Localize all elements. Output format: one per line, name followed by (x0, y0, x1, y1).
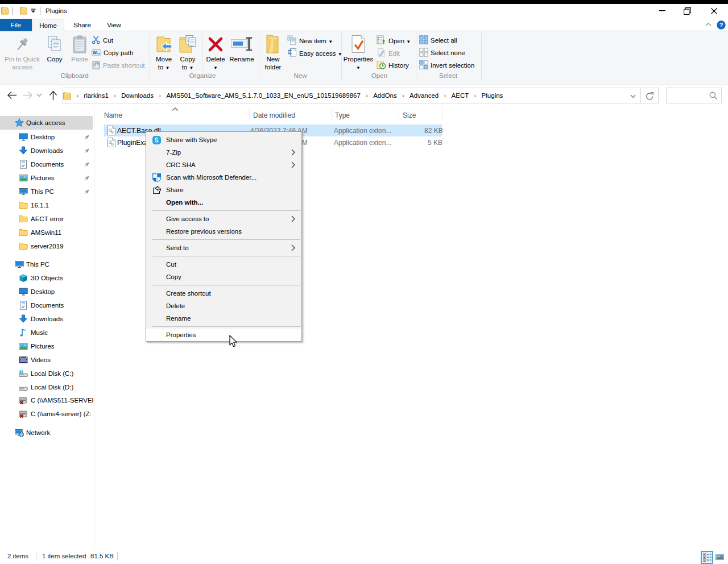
svg-text:W: W (93, 50, 97, 55)
svg-text:?: ? (719, 22, 723, 28)
